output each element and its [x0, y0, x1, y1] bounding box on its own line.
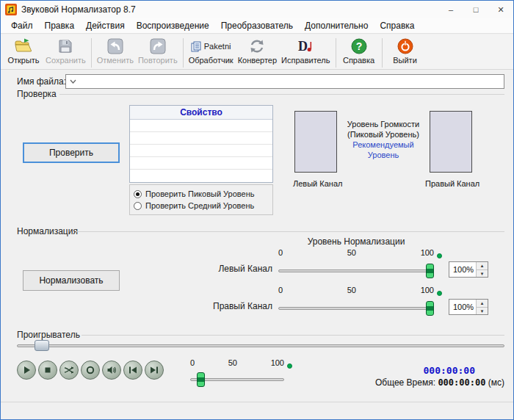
recommended-level-link-line1[interactable]: Рекомендуемый	[337, 140, 430, 150]
redo-icon	[150, 38, 166, 54]
group-divider	[82, 335, 504, 336]
group-divider	[59, 94, 504, 95]
window-title: Звуковой Нормализатор 8.7	[21, 4, 136, 15]
radio-unselected-icon	[134, 202, 142, 210]
check-mode-group: Проверить Пиковый Уровень Проверить Сред…	[129, 184, 273, 215]
open-folder-icon	[15, 38, 32, 54]
check-group-title: Проверка	[17, 89, 57, 99]
total-time-row: Общее Время: 000:00:00 (мс)	[375, 377, 504, 388]
spin-up-button[interactable]: ▴	[477, 262, 488, 269]
volume-button[interactable]	[102, 361, 121, 380]
stop-icon	[43, 365, 53, 375]
shuffle-icon	[64, 365, 74, 375]
volume-level-text: Уровень Громкости (Пиковый Уровень) Реко…	[337, 119, 430, 160]
menu-file[interactable]: Файл	[5, 19, 39, 32]
tick-100: 100	[421, 286, 434, 294]
fixer-button-label: Исправитель	[281, 56, 330, 65]
right-level-value[interactable]: 100%	[449, 300, 476, 314]
play-button[interactable]	[17, 361, 36, 380]
left-channel-meter	[294, 111, 337, 173]
left-slider-handle[interactable]	[426, 264, 434, 278]
open-button[interactable]: Открыть	[4, 37, 43, 66]
player-group-title: Проигрыватель	[17, 330, 80, 340]
maximize-button[interactable]: □	[463, 1, 488, 18]
exit-button[interactable]: Выйти	[386, 37, 425, 66]
left-level-value[interactable]: 100%	[449, 262, 476, 277]
svg-text:D: D	[298, 39, 308, 54]
properties-table-header: Свойство	[130, 106, 272, 120]
spin-up-button[interactable]: ▴	[477, 300, 488, 307]
undo-button[interactable]: Отменить	[95, 37, 136, 66]
radio-check-average-level[interactable]: Проверить Средний Уровень	[134, 200, 269, 211]
converter-button[interactable]: Конвертер	[236, 37, 279, 66]
right-level-slider[interactable]	[278, 307, 434, 310]
play-icon	[21, 365, 32, 375]
save-button[interactable]: Сохранить	[43, 37, 88, 66]
check-button[interactable]: Проверить	[23, 142, 120, 163]
total-time-value: 000:00:00	[438, 377, 485, 388]
right-channel-meter	[430, 111, 472, 173]
repeat-button[interactable]	[81, 361, 100, 380]
left-level-slider[interactable]	[278, 269, 434, 272]
right-channel-meter-label: Правый Канал	[425, 179, 479, 188]
batch-processor-button[interactable]: Paketni Обработчик	[187, 37, 236, 66]
seek-slider[interactable]	[17, 344, 504, 347]
toolbar-separator	[91, 38, 92, 68]
radio-peak-label: Проверить Пиковый Уровень	[145, 189, 255, 198]
minimize-button[interactable]: –	[438, 1, 463, 18]
total-time-unit: (мс)	[488, 377, 504, 388]
recommended-level-link-line2[interactable]: Уровень	[337, 150, 430, 160]
next-button[interactable]	[145, 361, 164, 380]
stop-button[interactable]	[38, 361, 57, 380]
tick-50: 50	[347, 248, 356, 257]
spin-down-button[interactable]: ▾	[477, 307, 488, 315]
volume-slider-scale: 0 50 100	[190, 358, 284, 367]
tick-100: 100	[421, 248, 434, 257]
menu-help[interactable]: Справка	[374, 19, 420, 32]
file-name-combobox[interactable]	[65, 74, 504, 89]
repeat-icon	[85, 365, 95, 375]
volume-level-line1: Уровень Громкости	[337, 119, 430, 129]
previous-button[interactable]	[123, 361, 142, 380]
chevron-down-icon	[70, 79, 76, 84]
right-level-spinbox: 100% ▴ ▾	[449, 299, 488, 315]
fixer-button[interactable]: D Исправитель	[279, 37, 332, 66]
svg-text:?: ?	[355, 40, 362, 52]
save-button-label: Сохранить	[46, 56, 86, 65]
menu-converter[interactable]: Преобразователь	[215, 19, 299, 32]
help-icon: ?	[351, 38, 367, 54]
exit-icon	[397, 38, 413, 54]
converter-button-label: Конвертер	[238, 56, 277, 65]
shuffle-button[interactable]	[59, 361, 79, 380]
table-row	[130, 157, 272, 170]
radio-check-peak-level[interactable]: Проверить Пиковый Уровень	[134, 188, 269, 200]
open-button-label: Открыть	[7, 56, 39, 65]
right-slider-handle[interactable]	[426, 301, 434, 316]
batch-button-label-1: Paketni	[204, 42, 231, 51]
player-controls	[17, 361, 164, 380]
app-window: Звуковой Нормализатор 8.7 – □ ✕ Файл Пра…	[0, 0, 514, 420]
tick-0: 0	[278, 248, 283, 257]
normalize-button[interactable]: Нормализовать	[23, 270, 120, 291]
speaker-icon	[106, 365, 117, 375]
properties-table: Свойство	[129, 105, 273, 183]
total-time-label: Общее Время:	[375, 377, 435, 388]
radio-average-label: Проверить Средний Уровень	[145, 201, 254, 210]
menu-bar: Файл Правка Действия Воспроизведение Пре…	[1, 18, 513, 34]
spin-down-button[interactable]: ▾	[477, 269, 488, 278]
volume-slider-handle[interactable]	[197, 372, 205, 387]
tick-0: 0	[278, 286, 283, 294]
volume-slider[interactable]	[190, 378, 284, 381]
fixer-icon: D	[297, 38, 314, 54]
menu-actions[interactable]: Действия	[80, 19, 131, 32]
undo-icon	[107, 38, 123, 54]
seek-slider-handle[interactable]	[35, 340, 49, 351]
close-button[interactable]: ✕	[488, 1, 513, 18]
help-button[interactable]: ? Справка	[339, 37, 379, 66]
redo-button[interactable]: Повторить	[136, 37, 180, 66]
menu-edit[interactable]: Правка	[39, 19, 81, 32]
app-icon	[5, 4, 17, 15]
menu-playback[interactable]: Воспроизведение	[131, 19, 215, 32]
menu-additional[interactable]: Дополнительно	[299, 19, 374, 32]
left-channel-slider-label: Левый Канал	[203, 264, 272, 274]
